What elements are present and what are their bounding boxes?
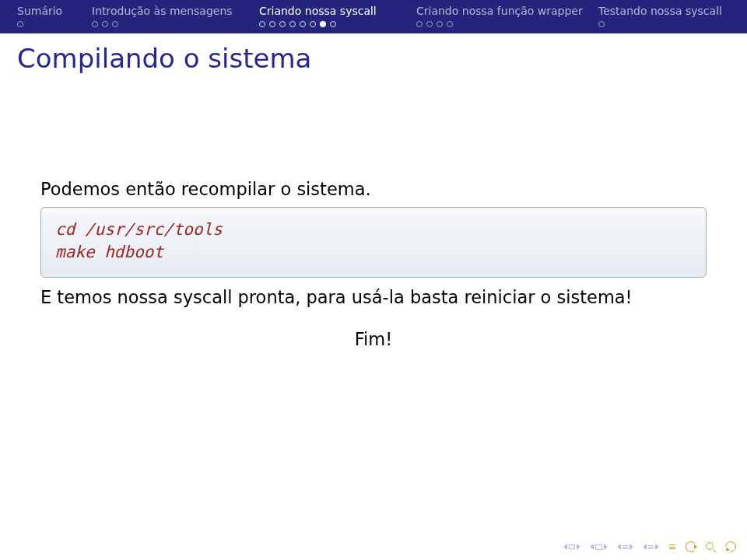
nav-section-criando-syscall[interactable]: Criando nossa syscall — [259, 0, 399, 33]
progress-dot-current[interactable] — [320, 21, 326, 27]
search-icon[interactable] — [706, 542, 716, 552]
nav-progress-dots — [17, 21, 68, 27]
slide-body: Podemos então recompilar o sistema. cd /… — [0, 179, 747, 349]
nav-prev-frame-button[interactable] — [590, 544, 608, 550]
refresh-icon[interactable] — [686, 541, 696, 552]
progress-dot[interactable] — [426, 21, 433, 27]
nav-progress-dots — [92, 21, 244, 27]
chevron-left-icon — [617, 544, 621, 550]
nav-progress-dots — [416, 21, 597, 27]
nav-section-label: Criando nossa função wrapper — [416, 5, 597, 18]
progress-dot[interactable] — [310, 21, 316, 27]
nav-section-introducao[interactable]: Introdução às mensagens — [92, 0, 244, 33]
footer-nav — [563, 541, 736, 552]
chevron-right-icon — [655, 544, 659, 550]
progress-dot[interactable] — [259, 21, 265, 27]
chevron-left-icon — [643, 544, 647, 550]
progress-dot[interactable] — [269, 21, 275, 27]
body-fim-text: Fim! — [40, 329, 707, 349]
nav-section-testando[interactable]: Testando nossa syscall — [598, 0, 746, 33]
slide-icon — [569, 544, 575, 549]
code-block: cd /usr/src/tools make hdboot — [40, 207, 707, 278]
nav-bar: Sumário Introdução às mensagens Criando … — [0, 0, 747, 33]
body-intro-text: Podemos então recompilar o sistema. — [40, 179, 707, 199]
progress-dot[interactable] — [92, 21, 98, 27]
chevron-right-icon — [577, 544, 580, 550]
progress-dot[interactable] — [112, 21, 118, 27]
progress-dot[interactable] — [330, 21, 336, 27]
progress-dot[interactable] — [416, 21, 423, 27]
frame-title: Compilando o sistema — [0, 33, 747, 74]
body-outro-text: E temos nossa syscall pronta, para usá-l… — [40, 287, 707, 307]
nav-section-back-button[interactable] — [617, 544, 633, 550]
chevron-left-icon — [563, 544, 567, 550]
outline-icon[interactable] — [669, 544, 675, 549]
frame-icon — [595, 544, 602, 550]
code-line: make hdboot — [55, 241, 692, 264]
chevron-right-icon — [604, 544, 608, 550]
nav-section-fwd-button[interactable] — [643, 544, 659, 550]
chevron-right-icon — [630, 544, 633, 550]
slide-root: Sumário Introdução às mensagens Criando … — [0, 0, 747, 560]
progress-dot[interactable] — [102, 21, 108, 27]
progress-dot[interactable] — [289, 21, 296, 27]
lines-icon — [622, 545, 628, 549]
arrow-icon — [694, 544, 697, 549]
code-line: cd /usr/src/tools — [55, 219, 692, 241]
nav-section-label: Criando nossa syscall — [259, 5, 399, 18]
progress-dot[interactable] — [437, 21, 443, 27]
chevron-left-icon — [590, 544, 594, 550]
code-block-container: cd /usr/src/tools make hdboot — [40, 207, 707, 278]
arrow-icon — [724, 547, 730, 552]
loop-icon[interactable] — [723, 539, 738, 555]
nav-progress-dots — [598, 21, 746, 27]
progress-dot[interactable] — [17, 21, 23, 27]
progress-dot[interactable] — [598, 21, 605, 27]
nav-section-label: Sumário — [17, 5, 68, 18]
progress-dot[interactable] — [279, 21, 286, 27]
nav-section-label: Introdução às mensagens — [92, 5, 244, 18]
lines-icon — [648, 545, 654, 549]
nav-prev-slide-button[interactable] — [563, 544, 580, 550]
nav-section-label: Testando nossa syscall — [598, 5, 746, 18]
progress-dot[interactable] — [447, 21, 453, 27]
nav-section-criando-wrapper[interactable]: Criando nossa função wrapper — [416, 0, 597, 33]
progress-dot[interactable] — [300, 21, 306, 27]
nav-section-sumario[interactable]: Sumário — [17, 0, 68, 33]
nav-progress-dots — [259, 21, 399, 27]
